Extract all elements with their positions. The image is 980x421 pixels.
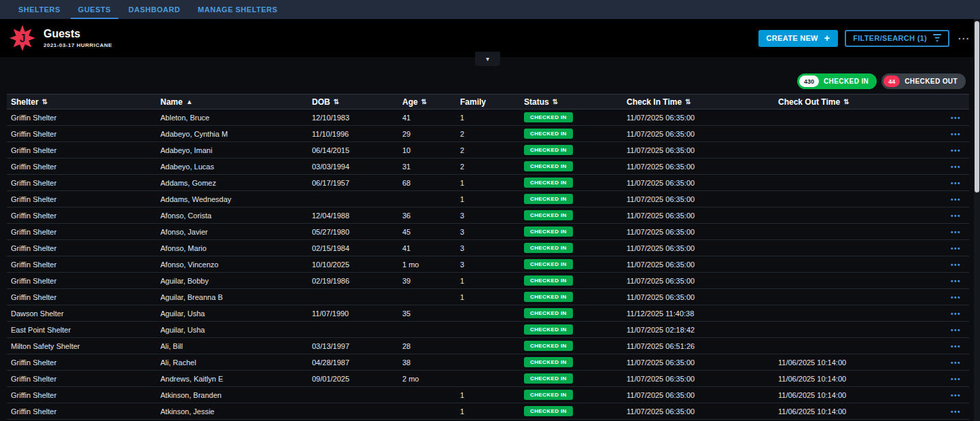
collapse-header-button[interactable]: ▾ <box>475 52 500 66</box>
column-header[interactable]: Check In Time ⇅ <box>623 97 774 107</box>
cell-name: Ali, Rachel <box>156 358 308 367</box>
row-actions-button[interactable]: ••• <box>951 408 961 416</box>
cell-check-in-time: 11/07/2025 06:35:00 <box>623 179 774 187</box>
row-actions-button[interactable]: ••• <box>951 196 961 203</box>
status-badge: CHECKED IN <box>524 259 573 269</box>
cell-check-in-time: 11/07/2025 02:18:42 <box>623 326 774 334</box>
cell-dob: 12/04/1988 <box>308 212 398 220</box>
table-row: Griffin Shelter Aguilar, Bobby 02/19/198… <box>7 273 969 289</box>
row-actions-button[interactable]: ••• <box>951 114 961 122</box>
row-actions-button[interactable]: ••• <box>951 326 961 334</box>
column-header[interactable]: Age ⇅ <box>398 97 456 107</box>
cell-shelter: Griffin Shelter <box>7 130 156 138</box>
row-actions-button[interactable]: ••• <box>951 343 961 350</box>
cell-name: Afonso, Corista <box>156 212 308 220</box>
cell-name: Afonso, Javier <box>156 228 308 236</box>
checked-in-label: CHECKED IN <box>824 78 869 85</box>
row-actions-button[interactable]: ••• <box>951 147 961 154</box>
cell-age: 45 <box>398 228 456 236</box>
table-row: Griffin Shelter Aguilar, Breanna B 1 CHE… <box>7 289 969 305</box>
row-actions-button[interactable]: ••• <box>951 212 961 220</box>
status-badge: CHECKED IN <box>524 243 573 253</box>
row-actions-button[interactable]: ••• <box>951 392 961 399</box>
row-actions-button[interactable]: ••• <box>951 163 961 171</box>
row-actions-button[interactable]: ••• <box>951 131 961 138</box>
nav-item-label: DASHBOARD <box>128 5 180 14</box>
cell-age: 31 <box>398 163 456 171</box>
create-new-button[interactable]: CREATE NEW + <box>758 30 839 47</box>
cell-check-out-time: 11/06/2025 10:14:00 <box>774 391 925 399</box>
column-header-label: Family <box>460 97 486 107</box>
cell-status: CHECKED IN <box>520 145 623 155</box>
column-header-label: Check In Time <box>627 97 682 107</box>
cell-dob: 04/28/1987 <box>308 358 398 367</box>
cell-family: 1 <box>456 277 520 285</box>
page-subtitle: 2021-03-17 HURRICANE <box>43 42 112 48</box>
cell-shelter: Griffin Shelter <box>7 179 156 187</box>
column-header[interactable]: Name ▲ <box>156 97 308 107</box>
sort-icon: ⇅ <box>334 98 339 105</box>
cell-check-in-time: 11/07/2025 06:51:26 <box>623 342 774 350</box>
row-actions-button[interactable]: ••• <box>951 359 961 367</box>
nav-item-label: MANAGE SHELTERS <box>198 5 277 14</box>
caret-down-icon: ▾ <box>486 55 489 63</box>
nav-item[interactable]: SHELTERS <box>10 0 69 19</box>
cell-family: 2 <box>456 146 520 154</box>
table-row: Griffin Shelter Atkinson, Jessie 1 CHECK… <box>7 403 969 420</box>
cell-shelter: Griffin Shelter <box>7 277 156 285</box>
checked-out-summary-badge[interactable]: 44 CHECKED OUT <box>881 73 966 89</box>
cell-status: CHECKED IN <box>520 292 623 302</box>
table-row: Griffin Shelter Afonso, Corista 12/04/19… <box>7 207 969 224</box>
cell-check-in-time: 11/07/2025 06:35:00 <box>623 163 774 171</box>
cell-status: CHECKED IN <box>520 226 623 237</box>
row-actions-button[interactable]: ••• <box>951 261 961 269</box>
cell-shelter: Griffin Shelter <box>7 212 156 220</box>
cell-check-out-time: 11/06/2025 10:14:00 <box>774 375 925 383</box>
status-badge: CHECKED IN <box>524 373 573 384</box>
filter-search-button[interactable]: FILTER/SEARCH (1) <box>845 30 949 47</box>
cell-family: 3 <box>456 244 520 252</box>
nav-item[interactable]: GUESTS <box>69 0 120 19</box>
svg-text:J: J <box>20 33 26 44</box>
cell-check-in-time: 11/07/2025 06:35:00 <box>623 391 774 399</box>
header-more-options-button[interactable]: ⋯ <box>956 33 970 44</box>
cell-shelter: Milton Safety Shelter <box>7 342 156 350</box>
nav-item[interactable]: MANAGE SHELTERS <box>189 0 286 19</box>
cell-age: 35 <box>398 309 456 318</box>
row-actions-button[interactable]: ••• <box>951 277 961 285</box>
column-header[interactable]: DOB ⇅ <box>308 97 398 107</box>
checked-in-summary-badge[interactable]: 430 CHECKED IN <box>797 73 877 89</box>
cell-shelter: Griffin Shelter <box>7 391 156 399</box>
column-header[interactable]: Shelter ⇅ <box>7 97 156 107</box>
cell-age: 10 <box>398 146 456 154</box>
cell-check-in-time: 11/07/2025 06:35:00 <box>623 244 774 252</box>
sort-icon: ⇅ <box>553 98 558 105</box>
column-header[interactable]: Status ⇅ <box>520 97 623 107</box>
checked-out-count: 44 <box>883 75 900 87</box>
row-actions-button[interactable]: ••• <box>951 245 961 252</box>
table-row: Griffin Shelter Adabeyo, Lucas 03/03/199… <box>7 158 969 175</box>
cell-actions: ••• <box>925 163 969 171</box>
cell-check-in-time: 11/07/2025 06:35:00 <box>623 195 774 203</box>
cell-name: Afonso, Mario <box>156 244 308 252</box>
cell-actions: ••• <box>925 228 969 236</box>
status-badge: CHECKED IN <box>524 308 573 318</box>
cell-dob: 09/01/2025 <box>308 375 398 383</box>
nav-item[interactable]: DASHBOARD <box>120 0 189 19</box>
row-actions-button[interactable]: ••• <box>951 310 961 318</box>
scrollbar-thumb[interactable] <box>975 21 979 192</box>
column-header[interactable]: Check Out Time ⇅ <box>774 97 925 107</box>
row-actions-button[interactable]: ••• <box>951 375 961 383</box>
row-actions-button[interactable]: ••• <box>951 229 961 236</box>
cell-actions: ••• <box>925 391 969 399</box>
cell-check-in-time: 11/07/2025 06:35:00 <box>623 358 774 367</box>
cell-actions: ••• <box>925 130 969 138</box>
row-actions-button[interactable]: ••• <box>951 180 961 187</box>
checked-out-label: CHECKED OUT <box>905 78 958 85</box>
cell-actions: ••• <box>925 309 969 318</box>
cell-shelter: Griffin Shelter <box>7 163 156 171</box>
column-header[interactable]: Family <box>456 97 520 107</box>
row-actions-button[interactable]: ••• <box>951 294 961 301</box>
more-icon: ⋯ <box>958 32 969 45</box>
status-badge: CHECKED IN <box>524 194 573 204</box>
